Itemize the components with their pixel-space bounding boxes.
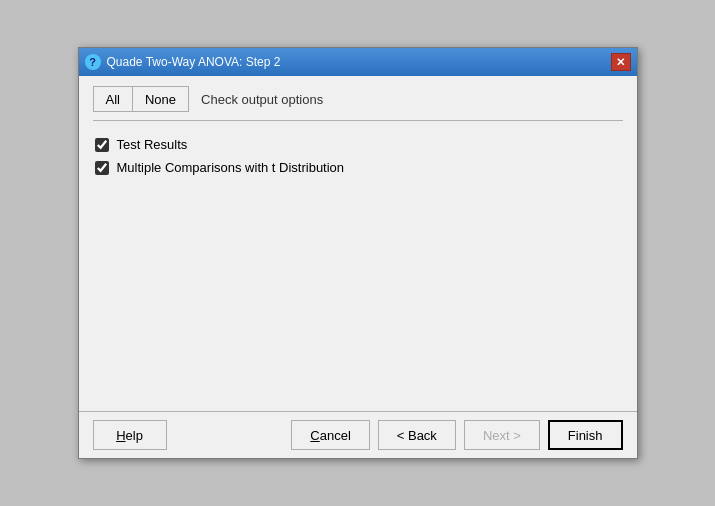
title-bar: ? Quade Two-Way ANOVA: Step 2 ✕ bbox=[79, 48, 637, 76]
all-button[interactable]: All bbox=[93, 86, 132, 112]
title-bar-left: ? Quade Two-Way ANOVA: Step 2 bbox=[85, 54, 281, 70]
close-button[interactable]: ✕ bbox=[611, 53, 631, 71]
test-results-checkbox[interactable] bbox=[95, 138, 109, 152]
footer: Help Cancel < Back Next > Finish bbox=[79, 411, 637, 458]
none-button[interactable]: None bbox=[132, 86, 189, 112]
checkbox-row-2: Multiple Comparisons with t Distribution bbox=[95, 160, 621, 175]
dialog-icon: ? bbox=[85, 54, 101, 70]
back-button[interactable]: < Back bbox=[378, 420, 456, 450]
dialog-window: ? Quade Two-Way ANOVA: Step 2 ✕ All None… bbox=[78, 47, 638, 459]
footer-left: Help bbox=[93, 420, 167, 450]
finish-button[interactable]: Finish bbox=[548, 420, 623, 450]
help-button[interactable]: Help bbox=[93, 420, 167, 450]
dialog-title: Quade Two-Way ANOVA: Step 2 bbox=[107, 55, 281, 69]
checkbox-row-1: Test Results bbox=[95, 137, 621, 152]
next-button[interactable]: Next > bbox=[464, 420, 540, 450]
test-results-label: Test Results bbox=[117, 137, 188, 152]
section-label: Check output options bbox=[201, 92, 323, 107]
footer-right: Cancel < Back Next > Finish bbox=[291, 420, 622, 450]
multiple-comparisons-checkbox[interactable] bbox=[95, 161, 109, 175]
options-area: Test Results Multiple Comparisons with t… bbox=[93, 131, 623, 401]
cancel-button[interactable]: Cancel bbox=[291, 420, 369, 450]
toolbar-row: All None Check output options bbox=[93, 86, 623, 121]
multiple-comparisons-label: Multiple Comparisons with t Distribution bbox=[117, 160, 345, 175]
dialog-body: All None Check output options Test Resul… bbox=[79, 76, 637, 411]
